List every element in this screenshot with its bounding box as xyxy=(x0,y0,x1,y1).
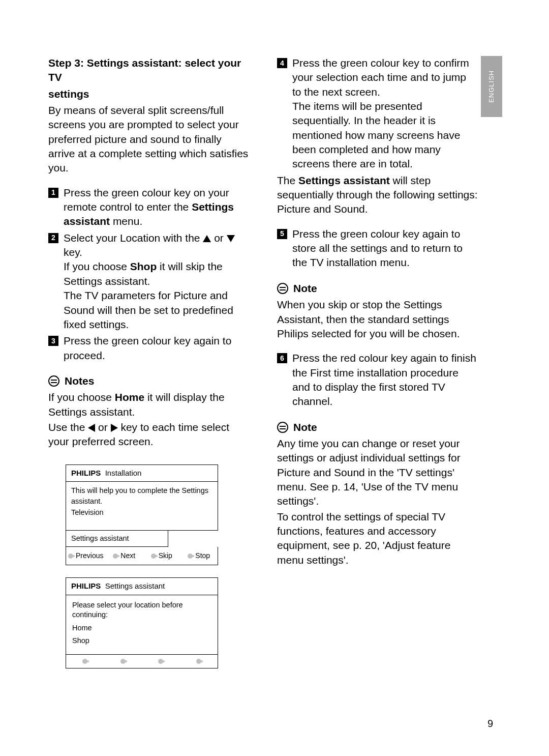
manual-page: ENGLISH Step 3: Settings assistant: sele… xyxy=(0,0,549,756)
tv1-settings-assistant: Settings assistant xyxy=(66,531,168,547)
tv1-softkey-next: Next xyxy=(105,547,143,565)
language-tab: ENGLISH xyxy=(481,56,502,117)
note-icon xyxy=(48,375,59,387)
step-4-body: Press the green colour key to confirm yo… xyxy=(292,56,478,171)
tv2-frame: PHILIPS Settings assistant Please select… xyxy=(66,577,218,655)
tv1-line1: This will help you to complete the Setti… xyxy=(71,486,212,496)
step-2: 2 Select your Location with the or key. … xyxy=(48,231,249,332)
step-number-2: 2 xyxy=(48,233,58,243)
tv2-brand: PHILIPS xyxy=(71,581,101,590)
step-1: 1 Press the green colour key on your rem… xyxy=(48,186,249,229)
dot-icon xyxy=(151,554,156,559)
tv2-softkey-1 xyxy=(66,655,104,668)
tv2-softkey-3 xyxy=(142,655,180,668)
step-5: 5 Press the green colour key again to st… xyxy=(277,227,478,270)
tv2-option-home: Home xyxy=(72,623,211,633)
tv1-softkey-previous: Previous xyxy=(66,547,105,565)
arrow-left-icon xyxy=(88,424,95,432)
note1-body: When you skip or stop the Settings Assis… xyxy=(277,298,478,341)
notes-heading: Notes xyxy=(48,374,249,388)
language-tab-label: ENGLISH xyxy=(487,70,496,103)
notes-paragraph-2: Use the or key to each time select your … xyxy=(48,420,249,449)
dot-icon xyxy=(82,659,87,664)
dot-icon xyxy=(188,554,193,559)
tv1-line2: assistant. xyxy=(71,497,212,507)
tv2-body: Please select your location before conti… xyxy=(66,595,218,654)
note-icon xyxy=(277,422,288,433)
note-icon xyxy=(277,283,288,294)
note1-title: Note xyxy=(293,281,317,296)
step-4: 4 Press the green colour key to confirm … xyxy=(277,56,478,171)
step-3: 3 Press the green colour key again to pr… xyxy=(48,334,249,363)
tv2-option-shop: Shop xyxy=(72,636,211,646)
step-number-4: 4 xyxy=(277,58,287,68)
step3-heading-line1: Step 3: Settings assistant: select your … xyxy=(48,56,249,85)
tv1-brand: PHILIPS xyxy=(71,469,101,477)
content-columns: Step 3: Settings assistant: select your … xyxy=(48,56,501,681)
step-number-1: 1 xyxy=(48,188,58,198)
tv1-title: Installation xyxy=(105,469,142,477)
tv2-softkeys xyxy=(66,655,218,668)
right-column: 4 Press the green colour key to confirm … xyxy=(277,56,501,681)
note2-heading: Note xyxy=(277,420,478,434)
tv2-title: Settings assistant xyxy=(105,581,165,590)
arrow-up-icon xyxy=(203,235,211,242)
arrow-down-icon xyxy=(227,235,235,242)
note2-paragraph-2: To control the settings of special TV fu… xyxy=(277,510,478,567)
tv1-titlebar: PHILIPS Installation xyxy=(66,465,218,481)
step-number-5: 5 xyxy=(277,229,287,239)
step3-heading-line2: settings xyxy=(48,87,249,101)
step-number-6: 6 xyxy=(277,353,287,363)
notes-paragraph-1: If you choose Home it will display the S… xyxy=(48,390,249,419)
tv2-softkey-2 xyxy=(104,655,142,668)
step-list-3: 5 Press the green colour key again to st… xyxy=(277,227,478,270)
dot-icon xyxy=(68,554,73,559)
step-list-4: 6 Press the red colour key again to fini… xyxy=(277,351,478,409)
step-3-body: Press the green colour key again to proc… xyxy=(64,334,249,363)
step3-intro: By means of several split screens/full s… xyxy=(48,103,249,176)
page-number: 9 xyxy=(487,717,493,731)
tv1-frame: PHILIPS Installation This will help you … xyxy=(66,464,218,531)
step-6-body: Press the red colour key again to finish… xyxy=(292,351,478,409)
tv1-line3: Television xyxy=(71,508,212,518)
step-1-body: Press the green colour key on your remot… xyxy=(64,186,249,229)
note2-paragraph-1: Any time you can change or reset your se… xyxy=(277,437,478,509)
dot-icon xyxy=(196,659,201,664)
note2-title: Note xyxy=(293,420,317,434)
left-column: Step 3: Settings assistant: select your … xyxy=(48,56,252,681)
tv-mock-settings-assistant: PHILIPS Settings assistant Please select… xyxy=(66,577,218,668)
step3-block: Step 3: Settings assistant: select your … xyxy=(48,56,249,176)
notes-title: Notes xyxy=(65,374,94,388)
note1-heading: Note xyxy=(277,281,478,296)
settings-assistant-description: The Settings assistant will step sequent… xyxy=(277,173,478,217)
tv1-softkeys: Previous Next Skip Stop xyxy=(66,547,218,565)
dot-icon xyxy=(120,659,126,664)
step-list-1: 1 Press the green colour key on your rem… xyxy=(48,186,249,363)
step-list-2: 4 Press the green colour key to confirm … xyxy=(277,56,478,171)
step-2-body: Select your Location with the or key. If… xyxy=(64,231,249,332)
tv1-body: This will help you to complete the Setti… xyxy=(66,481,218,530)
dot-icon xyxy=(113,554,118,559)
tv2-line1: Please select your location before conti… xyxy=(72,600,211,620)
step-5-body: Press the green colour key again to stor… xyxy=(292,227,478,270)
tv2-titlebar: PHILIPS Settings assistant xyxy=(66,578,218,594)
arrow-right-icon xyxy=(111,424,118,432)
tv2-softkey-4 xyxy=(180,655,218,668)
tv1-softkey-skip: Skip xyxy=(143,547,180,565)
tv-mock-installation: PHILIPS Installation This will help you … xyxy=(66,464,218,566)
dot-icon xyxy=(158,659,163,664)
step-6: 6 Press the red colour key again to fini… xyxy=(277,351,478,409)
tv1-softkey-stop: Stop xyxy=(180,547,218,565)
step-number-3: 3 xyxy=(48,336,58,346)
